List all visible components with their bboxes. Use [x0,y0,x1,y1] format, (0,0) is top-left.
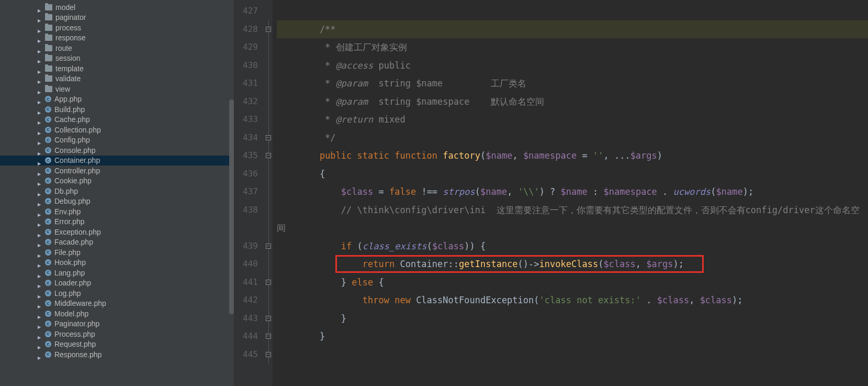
code-line-437[interactable]: $class = false !== strpos($name, '\\') ?… [277,183,868,201]
expand-arrow-icon[interactable] [38,271,42,275]
expand-arrow-icon[interactable] [38,281,42,285]
code-line-431[interactable]: * @param string $name 工厂类名 [277,74,868,93]
expand-arrow-icon[interactable] [38,219,42,224]
file-item-File.php[interactable]: CFile.php [0,247,234,258]
code-line-438[interactable]: // \think\config\driver\ini 这里需要注意一下，你需要… [277,201,868,237]
code-line-439[interactable]: if (class_exists($class)) { [277,237,868,256]
expand-arrow-icon[interactable] [38,291,42,295]
folder-item-session[interactable]: session [0,53,234,64]
file-item-Container.php[interactable]: CContainer.php [0,156,234,166]
expand-arrow-icon[interactable] [38,250,42,255]
expand-arrow-icon[interactable] [38,301,42,305]
file-item-Hook.php[interactable]: CHook.php [0,258,234,268]
code-line-433[interactable]: * @return mixed [277,111,868,129]
folder-item-model[interactable]: model [0,2,234,13]
expand-arrow-icon[interactable] [38,179,42,183]
expand-arrow-icon[interactable] [38,342,42,346]
file-item-Exception.php[interactable]: CException.php [0,227,234,237]
code-line-444[interactable]: } [277,327,868,346]
file-item-Paginator.php[interactable]: CPaginator.php [0,319,234,329]
file-item-Model.php[interactable]: CModel.php [0,308,234,319]
folder-item-paginator[interactable]: paginator [0,13,234,23]
fold-toggle-icon[interactable] [266,153,271,158]
file-item-App.php[interactable]: CApp.php [0,94,234,105]
expand-arrow-icon[interactable] [38,158,42,162]
code-line-442[interactable]: throw new ClassNotFoundException('class … [277,291,868,310]
file-item-Build.php[interactable]: CBuild.php [0,104,234,115]
file-item-Controller.php[interactable]: CController.php [0,166,234,176]
file-item-Db.php[interactable]: CDb.php [0,186,234,196]
expand-arrow-icon[interactable] [38,199,42,203]
file-item-Lang.php[interactable]: CLang.php [0,268,234,278]
code-line-441[interactable]: } else { [277,273,868,292]
expand-arrow-icon[interactable] [38,97,42,101]
file-item-Request.php[interactable]: CRequest.php [0,339,234,350]
file-item-Debug.php[interactable]: CDebug.php [0,196,234,207]
expand-arrow-icon[interactable] [38,76,42,81]
file-item-Cache.php[interactable]: CCache.php [0,115,234,125]
expand-arrow-icon[interactable] [38,128,42,132]
fold-toggle-icon[interactable] [266,135,271,140]
file-item-Facade.php[interactable]: CFacade.php [0,237,234,248]
expand-arrow-icon[interactable] [38,138,42,142]
code-line-445[interactable] [277,346,868,364]
file-item-Process.php[interactable]: CProcess.php [0,329,234,339]
code-line-432[interactable]: * @param string $namespace 默认命名空间 [277,93,868,111]
code-line-427[interactable] [277,2,868,20]
expand-arrow-icon[interactable] [38,56,42,60]
file-item-Console.php[interactable]: CConsole.php [0,145,234,156]
file-item-Cookie.php[interactable]: CCookie.php [0,176,234,186]
expand-arrow-icon[interactable] [38,260,42,264]
expand-arrow-icon[interactable] [38,169,42,173]
code-line-443[interactable]: } [277,310,868,328]
expand-arrow-icon[interactable] [38,117,42,122]
expand-arrow-icon[interactable] [38,322,42,326]
fold-toggle-icon[interactable] [266,280,271,285]
expand-arrow-icon[interactable] [38,26,42,30]
fold-toggle-icon[interactable] [266,244,271,249]
code-line-436[interactable]: { [277,165,868,183]
expand-arrow-icon[interactable] [38,230,42,234]
expand-arrow-icon[interactable] [38,36,42,40]
file-item-Error.php[interactable]: CError.php [0,217,234,227]
folder-item-response[interactable]: response [0,33,234,43]
sidebar-scrollbar[interactable] [229,100,234,314]
fold-toggle-icon[interactable] [266,27,271,32]
expand-arrow-icon[interactable] [38,46,42,50]
expand-arrow-icon[interactable] [38,189,42,193]
code-line-435[interactable]: public static function factory($name, $n… [277,147,868,165]
file-item-Response.php[interactable]: CResponse.php [0,349,234,360]
project-sidebar[interactable]: modelpaginatorprocessresponseroutesessio… [0,0,234,386]
folder-item-validate[interactable]: validate [0,74,234,84]
expand-arrow-icon[interactable] [38,209,42,214]
expand-arrow-icon[interactable] [38,107,42,112]
fold-toggle-icon[interactable] [266,352,271,357]
expand-arrow-icon[interactable] [38,148,42,152]
file-item-Collection.php[interactable]: CCollection.php [0,125,234,135]
fold-toggle-icon[interactable] [266,316,271,321]
folder-item-template[interactable]: template [0,63,234,74]
expand-arrow-icon[interactable] [38,15,42,19]
file-item-Config.php[interactable]: CConfig.php [0,135,234,146]
expand-arrow-icon[interactable] [38,240,42,244]
file-item-Loader.php[interactable]: CLoader.php [0,278,234,289]
file-item-Log.php[interactable]: CLog.php [0,288,234,299]
file-item-Middleware.php[interactable]: CMiddleware.php [0,299,234,309]
code-area[interactable]: /** * 创建工厂对象实例 * @access public * @param… [273,0,868,386]
code-line-430[interactable]: * @access public [277,57,868,75]
expand-arrow-icon[interactable] [38,87,42,91]
file-item-Env.php[interactable]: CEnv.php [0,206,234,217]
code-line-428[interactable]: /** [277,20,868,39]
folder-item-view[interactable]: view [0,84,234,94]
folder-item-route[interactable]: route [0,43,234,53]
fold-toggle-icon[interactable] [266,334,271,339]
folder-item-process[interactable]: process [0,23,234,33]
expand-arrow-icon[interactable] [38,332,42,336]
code-line-434[interactable]: */ [277,129,868,147]
code-line-429[interactable]: * 创建工厂对象实例 [277,38,868,57]
expand-arrow-icon[interactable] [38,312,42,316]
code-editor[interactable]: 4274284294304314324334344354364374384394… [234,0,868,386]
expand-arrow-icon[interactable] [38,5,42,9]
expand-arrow-icon[interactable] [38,352,42,357]
code-line-440[interactable]: return Container::getInstance()->invokeC… [277,255,868,273]
